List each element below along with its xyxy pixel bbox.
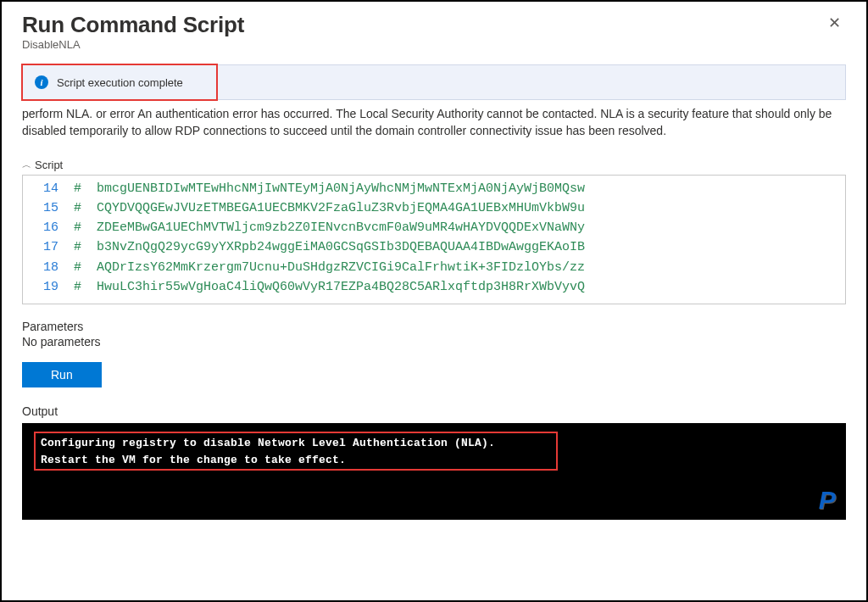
info-icon: i (35, 75, 48, 89)
line-number: 18 (23, 258, 74, 277)
code-line: 19# HwuLC3hir55wVgHoaC4liQwQ60wVyR17EZPa… (23, 277, 845, 297)
status-banner: i Script execution complete (22, 64, 846, 100)
code-text: # CQYDVQQGEwJVUzETMBEGA1UECBMKV2FzaGluZ3… (74, 198, 585, 218)
code-line: 17# b3NvZnQgQ29ycG9yYXRpb24wggEiMA0GCSqG… (23, 237, 845, 257)
line-number: 14 (23, 179, 74, 198)
description-text: perform NLA. or error An authentication … (22, 105, 846, 140)
script-section-toggle[interactable]: ︿ Script (22, 159, 846, 171)
output-console[interactable]: Configuring registry to disable Network … (22, 423, 846, 520)
console-line: Configuring registry to disable Network … (22, 435, 846, 452)
code-line: 14# bmcgUENBIDIwMTEwHhcNMjIwNTEyMjA0NjAy… (23, 179, 845, 198)
watermark-logo: P (819, 486, 836, 515)
code-line: 15# CQYDVQQGEwJVUzETMBEGA1UECBMKV2FzaGlu… (23, 198, 845, 218)
code-text: # b3NvZnQgQ29ycG9yYXRpb24wggEiMA0GCSqGSI… (74, 237, 585, 257)
panel-header: Run Command Script ✕ (22, 12, 846, 38)
line-number: 17 (23, 237, 74, 257)
script-section-label: Script (35, 159, 63, 171)
page-title: Run Command Script (22, 12, 244, 38)
code-text: # bmcgUENBIDIwMTEwHhcNMjIwNTEyMjA0NjAyWh… (74, 179, 585, 198)
parameters-label: Parameters (22, 320, 846, 333)
run-button[interactable]: Run (22, 362, 102, 387)
code-text: # HwuLC3hir55wVgHoaC4liQwQ60wVyR17EZPa4B… (74, 277, 585, 297)
run-command-panel: Run Command Script ✕ DisableNLA i Script… (2, 2, 866, 600)
chevron-up-icon: ︿ (22, 159, 31, 171)
no-parameters-text: No parameters (22, 335, 846, 348)
status-message: Script execution complete (57, 76, 183, 89)
code-line: 16# ZDEeMBwGA1UEChMVTWljcm9zb2Z0IENvcnBv… (23, 218, 845, 237)
code-text: # ZDEeMBwGA1UEChMVTWljcm9zb2Z0IENvcnBvcm… (74, 218, 585, 237)
code-line: 18# AQDrIzsY62MmKrzergm7Ucnu+DuSHdgzRZVC… (23, 258, 845, 277)
close-icon[interactable]: ✕ (823, 12, 846, 34)
page-subtitle: DisableNLA (22, 38, 846, 51)
script-code-viewer[interactable]: 14# bmcgUENBIDIwMTEwHhcNMjIwNTEyMjA0NjAy… (22, 175, 846, 305)
line-number: 19 (23, 277, 74, 297)
line-number: 15 (23, 198, 74, 218)
code-text: # AQDrIzsY62MmKrzergm7Ucnu+DuSHdgzRZVCIG… (74, 258, 585, 277)
output-label: Output (22, 404, 846, 418)
console-line: Restart the VM for the change to take ef… (22, 452, 846, 469)
line-number: 16 (23, 218, 74, 237)
